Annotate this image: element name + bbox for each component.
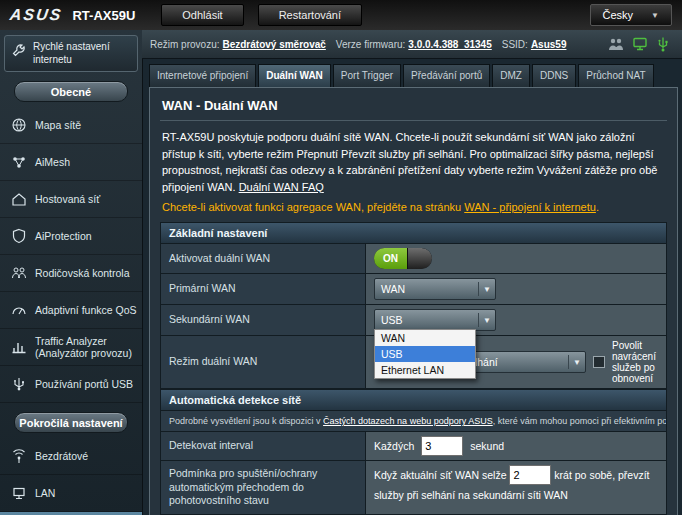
operation-mode-link[interactable]: Bezdrátový směrovač bbox=[222, 39, 325, 50]
section-advanced: Pokročilá nastavení bbox=[14, 412, 128, 433]
tab-dmz[interactable]: DMZ bbox=[492, 64, 530, 87]
interval-pre-text: Každých bbox=[374, 440, 414, 452]
sidebar: Rychlé nastavení internetu Obecné Mapa s… bbox=[0, 30, 143, 515]
traffic-analyzer-icon bbox=[10, 338, 28, 356]
auto-detection-table: Automatická detekce sítě Podrobné vysvět… bbox=[160, 390, 667, 515]
secondary-wan-row: Sekundární WAN USB ▼ WAN USB Ethernet LA… bbox=[161, 305, 666, 336]
language-label: Česky bbox=[603, 9, 634, 21]
clients-icon[interactable] bbox=[608, 37, 624, 51]
sidebar-item-aiprotection[interactable]: AiProtection bbox=[0, 218, 142, 255]
reboot-button[interactable]: Restartování bbox=[258, 4, 362, 26]
interval-post-text: sekund bbox=[470, 440, 504, 452]
page-title: WAN - Duální WAN bbox=[150, 88, 677, 120]
tab-internet-connection[interactable]: Internetové připojení bbox=[149, 64, 256, 87]
sidebar-item-aimesh[interactable]: AiMesh bbox=[0, 144, 142, 181]
sidebar-item-label: Hostovaná síť bbox=[35, 193, 100, 205]
quick-setup-label: Rychlé nastavení internetu bbox=[33, 41, 131, 66]
sidebar-item-guest-network[interactable]: Hostovaná síť bbox=[0, 181, 142, 218]
primary-wan-row: Primární WAN WAN ▼ bbox=[161, 274, 666, 305]
quick-internet-setup-button[interactable]: Rychlé nastavení internetu bbox=[4, 35, 138, 72]
sidebar-item-label: LAN bbox=[35, 487, 55, 499]
sidebar-item-traffic-analyzer[interactable]: Traffic Analyzer (Analyzátor provozu) bbox=[0, 329, 142, 366]
sidebar-item-label: Používání portů USB bbox=[35, 378, 133, 390]
primary-wan-label: Primární WAN bbox=[161, 274, 366, 304]
language-selector[interactable]: Česky ▼ bbox=[590, 4, 672, 26]
primary-wan-value: WAN bbox=[381, 283, 405, 295]
dropdown-option-wan[interactable]: WAN bbox=[375, 330, 475, 346]
chevron-down-icon: ▼ bbox=[478, 282, 491, 296]
usb-ports-icon bbox=[10, 375, 28, 393]
dual-wan-toggle[interactable]: ON bbox=[374, 248, 432, 269]
sidebar-item-label: AiMesh bbox=[35, 156, 70, 168]
ssid-link[interactable]: Asus59 bbox=[531, 39, 567, 50]
asus-support-faq-link[interactable]: Častých dotazech na webu podpory ASUS bbox=[323, 416, 493, 426]
chevron-down-icon: ▼ bbox=[568, 355, 581, 369]
chevron-down-icon: ▼ bbox=[651, 11, 659, 20]
sidebar-item-label: Adaptivní funkce QoS bbox=[35, 304, 137, 316]
guest-network-icon bbox=[10, 190, 28, 208]
network-map-icon bbox=[10, 116, 28, 134]
model-name: RT-AX59U bbox=[72, 8, 135, 23]
aggregation-note: Chcete-li aktivovat funkci agregace WAN,… bbox=[150, 197, 677, 222]
note-post: , které vám mohou pomoci při efektivním … bbox=[493, 416, 666, 426]
status-icons bbox=[608, 36, 674, 52]
content-panel: WAN - Duální WAN RT-AX59U poskytuje podp… bbox=[149, 87, 678, 515]
top-bar: ASUS RT-AX59U Odhlásit Restartování Česk… bbox=[0, 0, 682, 31]
dual-wan-faq-link[interactable]: Duální WAN FAQ bbox=[239, 181, 324, 193]
toggle-knob bbox=[407, 248, 432, 269]
sidebar-item-label: Bezdrátové bbox=[35, 450, 88, 462]
tab-port-forwarding[interactable]: Předávání portů bbox=[403, 64, 490, 87]
status-bar: Režim provozu: Bezdrátový směrovač Verze… bbox=[142, 30, 682, 59]
tab-port-trigger[interactable]: Port Trigger bbox=[333, 64, 401, 87]
firmware-label: Verze firmwaru: bbox=[336, 39, 405, 50]
primary-wan-select[interactable]: WAN ▼ bbox=[374, 278, 496, 300]
main-content: Internetové připojení Duální WAN Port Tr… bbox=[142, 58, 682, 515]
wrench-icon bbox=[11, 44, 27, 64]
tab-dual-wan[interactable]: Duální WAN bbox=[258, 64, 331, 87]
tab-ddns[interactable]: DDNS bbox=[532, 64, 576, 87]
failback-label: Povolit navrácení služeb po obnovení bbox=[612, 340, 658, 384]
detect-interval-row: Detekovat interval Každých sekund bbox=[161, 432, 666, 461]
note-pre: Podrobné vysvětlení jsou k dispozici v bbox=[169, 416, 323, 426]
dual-wan-mode-label: Režim duální WAN bbox=[161, 336, 366, 388]
secondary-wan-select[interactable]: USB ▼ bbox=[374, 309, 496, 331]
qos-icon bbox=[10, 301, 28, 319]
sidebar-item-usb-application[interactable]: Používání portů USB bbox=[0, 366, 142, 403]
failover-condition-row: Podmínka pro spuštění/ochrany automatick… bbox=[161, 461, 666, 515]
aggregation-note-text: Chcete-li aktivovat funkci agregace WAN,… bbox=[162, 201, 461, 213]
sidebar-item-label: Traffic Analyzer (Analyzátor provozu) bbox=[35, 335, 138, 359]
basic-config-table: Základní nastavení Aktivovat duální WAN … bbox=[160, 222, 667, 390]
description-text: RT-AX59U poskytuje podporu duální sítě W… bbox=[162, 131, 657, 193]
detect-interval-label: Detekovat interval bbox=[161, 432, 366, 460]
sidebar-item-parental-controls[interactable]: Rodičovská kontrola bbox=[0, 255, 142, 292]
wan-internet-connection-link[interactable]: WAN - připojení k internetu bbox=[464, 201, 596, 213]
logout-button[interactable]: Odhlásit bbox=[161, 4, 243, 26]
shield-icon bbox=[10, 227, 28, 245]
enable-dual-wan-row: Aktivovat duální WAN ON bbox=[161, 244, 666, 274]
interval-input[interactable] bbox=[421, 436, 463, 456]
auto-detection-header: Automatická detekce sítě bbox=[161, 390, 666, 411]
secondary-wan-label: Sekundární WAN bbox=[161, 305, 366, 335]
dropdown-option-ethernet-lan[interactable]: Ethernet LAN bbox=[375, 362, 475, 378]
internet-status-icon[interactable] bbox=[632, 37, 648, 51]
sidebar-item-lan[interactable]: LAN bbox=[0, 475, 142, 512]
sidebar-item-wireless[interactable]: Bezdrátové bbox=[0, 438, 142, 475]
sidebar-item-label: Rodičovská kontrola bbox=[35, 267, 130, 279]
tab-nat-passthrough[interactable]: Průchod NAT bbox=[578, 64, 653, 87]
asus-logo: ASUS bbox=[9, 6, 64, 24]
failback-checkbox[interactable] bbox=[593, 356, 605, 368]
page-description: RT-AX59U poskytuje podporu duální sítě W… bbox=[150, 121, 677, 197]
enable-dual-wan-label: Aktivovat duální WAN bbox=[161, 244, 366, 273]
operation-mode-label: Režim provozu: bbox=[150, 39, 219, 50]
aggregation-note-period: . bbox=[596, 201, 599, 213]
sidebar-item-network-map[interactable]: Mapa sítě bbox=[0, 107, 142, 144]
failover-count-input[interactable] bbox=[509, 465, 551, 485]
lan-icon bbox=[10, 484, 28, 502]
firmware-version-link[interactable]: 3.0.0.4.388_31345 bbox=[408, 39, 491, 50]
toggle-on-label: ON bbox=[374, 248, 407, 269]
secondary-wan-value: USB bbox=[381, 314, 403, 326]
usb-status-icon[interactable] bbox=[656, 36, 670, 52]
failover-condition-label: Podmínka pro spuštění/ochrany automatick… bbox=[161, 461, 366, 514]
sidebar-item-adaptive-qos[interactable]: Adaptivní funkce QoS bbox=[0, 292, 142, 329]
dropdown-option-usb[interactable]: USB bbox=[375, 346, 475, 362]
